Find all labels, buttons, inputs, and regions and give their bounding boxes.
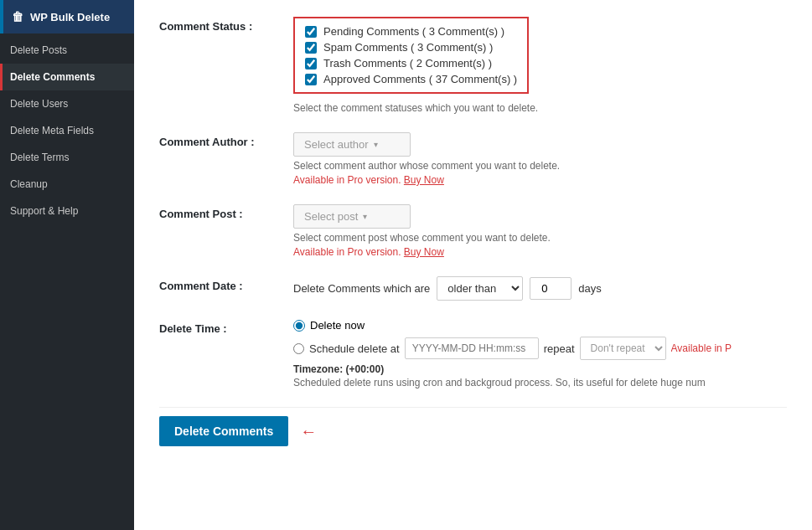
arrow-left-icon: ←: [300, 422, 317, 441]
delete-now-label: Delete now: [310, 319, 365, 332]
checkbox-pending[interactable]: Pending Comments ( 3 Comment(s) ): [305, 25, 517, 38]
delete-now-radio-row: Delete now: [293, 319, 787, 332]
comment-status-row: Comment Status : Pending Comments ( 3 Co…: [159, 17, 787, 114]
checkbox-trash[interactable]: Trash Comments ( 2 Comment(s) ): [305, 57, 517, 69]
checkbox-trash-label: Trash Comments ( 2 Comment(s) ): [323, 57, 492, 69]
sidebar-navigation: Delete Posts Delete Comments Delete User…: [0, 37, 134, 224]
date-controls-row: Delete Comments which are older than new…: [293, 276, 787, 301]
checkbox-approved[interactable]: Approved Comments ( 37 Comment(s) ): [305, 73, 517, 85]
post-dropdown[interactable]: Select post ▾: [293, 204, 411, 229]
post-placeholder: Select post: [304, 210, 358, 223]
author-dropdown[interactable]: Select author ▾: [293, 132, 411, 157]
datetime-input[interactable]: [405, 337, 539, 359]
post-help: Select comment post whose comment you wa…: [293, 232, 787, 244]
sidebar-item-delete-terms[interactable]: Delete Terms: [0, 144, 134, 171]
cron-text: Scheduled delete runs using cron and bac…: [293, 377, 787, 388]
sidebar: 🗑 WP Bulk Delete Delete Posts Delete Com…: [0, 0, 134, 530]
checkbox-spam-label: Spam Comments ( 3 Comment(s) ): [323, 41, 493, 54]
repeat-select[interactable]: Don't repeat: [580, 337, 666, 360]
comment-status-checkbox-group: Pending Comments ( 3 Comment(s) ) Spam C…: [293, 17, 529, 94]
sidebar-item-delete-posts[interactable]: Delete Posts: [0, 37, 134, 64]
post-buy-now-link[interactable]: Buy Now: [404, 246, 444, 258]
timezone-text: Timezone: (+00:00): [293, 363, 787, 375]
checkbox-pending-input[interactable]: [305, 26, 317, 38]
chevron-down-icon: ▾: [374, 140, 378, 149]
delete-time-label: Delete Time :: [159, 319, 293, 335]
author-help: Select comment author whose comment you …: [293, 160, 787, 172]
checkbox-approved-label: Approved Comments ( 37 Comment(s) ): [323, 73, 517, 85]
checkbox-spam[interactable]: Spam Comments ( 3 Comment(s) ): [305, 41, 517, 54]
sidebar-item-cleanup[interactable]: Cleanup: [0, 171, 134, 198]
checkbox-trash-input[interactable]: [305, 58, 317, 69]
sidebar-item-delete-meta-fields[interactable]: Delete Meta Fields: [0, 117, 134, 144]
available-pro-text: Available in P: [671, 342, 732, 354]
date-comparison-select[interactable]: older than newer than: [437, 276, 523, 301]
delete-time-control: Delete now Schedule delete at repeat Don…: [293, 319, 787, 388]
author-placeholder: Select author: [304, 138, 369, 151]
sidebar-item-delete-users[interactable]: Delete Users: [0, 90, 134, 117]
post-pro-text: Available in Pro version. Buy Now: [293, 246, 787, 258]
days-input[interactable]: [530, 277, 572, 300]
timezone-label: Timezone:: [293, 363, 343, 375]
comment-status-control: Pending Comments ( 3 Comment(s) ) Spam C…: [293, 17, 787, 114]
sidebar-plugin-name: WP Bulk Delete: [30, 11, 110, 23]
author-pro-text: Available in Pro version. Buy Now: [293, 174, 787, 186]
sidebar-item-support-help[interactable]: Support & Help: [0, 198, 134, 224]
checkbox-pending-label: Pending Comments ( 3 Comment(s) ): [323, 25, 504, 38]
chevron-down-icon-post: ▾: [363, 212, 367, 221]
comment-date-row: Comment Date : Delete Comments which are…: [159, 276, 787, 301]
timezone-value: (+00:00): [345, 363, 384, 375]
delete-button-row: Delete Comments ←: [159, 416, 787, 446]
days-suffix: days: [578, 282, 601, 295]
repeat-label: repeat: [544, 342, 575, 355]
sidebar-item-delete-comments[interactable]: Delete Comments: [0, 64, 134, 90]
delete-now-radio[interactable]: [293, 320, 305, 332]
schedule-radio[interactable]: [293, 343, 304, 354]
comment-status-label: Comment Status :: [159, 17, 293, 33]
trash-icon: 🗑: [12, 10, 23, 23]
section-divider: [159, 407, 787, 408]
schedule-prefix: Schedule delete at: [309, 342, 400, 355]
comment-status-help: Select the comment statuses which you wa…: [293, 102, 787, 114]
comment-date-control: Delete Comments which are older than new…: [293, 276, 787, 301]
comment-post-row: Comment Post : Select post ▾ Select comm…: [159, 204, 787, 258]
comment-author-row: Comment Author : Select author ▾ Select …: [159, 132, 787, 186]
comment-post-label: Comment Post :: [159, 204, 293, 220]
author-buy-now-link[interactable]: Buy Now: [404, 174, 444, 186]
delete-time-row: Delete Time : Delete now Schedule delete…: [159, 319, 787, 388]
checkbox-approved-input[interactable]: [305, 74, 317, 85]
checkbox-spam-input[interactable]: [305, 42, 317, 54]
date-prefix: Delete Comments which are: [293, 282, 430, 295]
sidebar-plugin-header[interactable]: 🗑 WP Bulk Delete: [0, 0, 134, 33]
schedule-row: Schedule delete at repeat Don't repeat A…: [293, 337, 787, 360]
comment-author-control: Select author ▾ Select comment author wh…: [293, 132, 787, 186]
comment-date-label: Comment Date :: [159, 276, 293, 292]
delete-comments-button[interactable]: Delete Comments: [159, 416, 288, 446]
main-content: Comment Status : Pending Comments ( 3 Co…: [134, 0, 812, 530]
comment-post-control: Select post ▾ Select comment post whose …: [293, 204, 787, 258]
comment-author-label: Comment Author :: [159, 132, 293, 148]
